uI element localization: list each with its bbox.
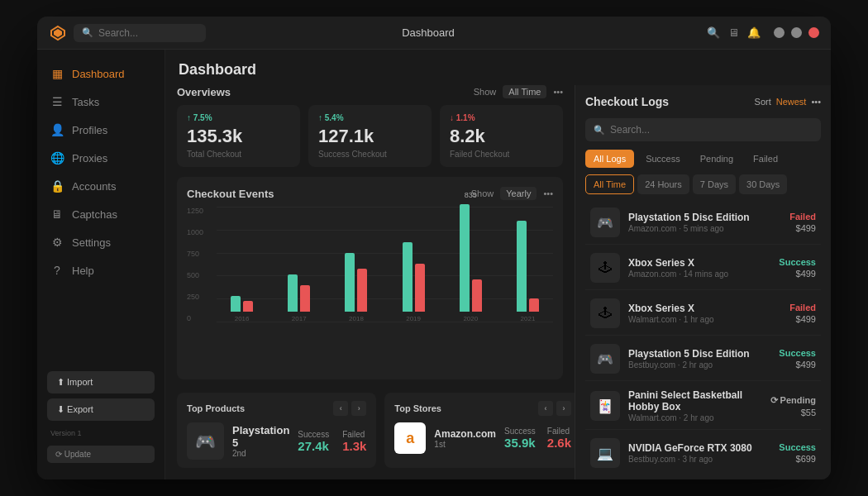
- time-all-time[interactable]: All Time: [585, 174, 634, 194]
- product-info: Playstation 5 2nd: [232, 424, 289, 458]
- log-info: Xbox Series XAmazon.com · 14 mins ago: [628, 257, 770, 279]
- card-label-1: Success Checkout: [318, 150, 422, 159]
- card-value-1: 127.1k: [318, 126, 422, 147]
- chart-y-axis: 1250 1000 750 500 250 0: [187, 207, 213, 322]
- prev-product-button[interactable]: ‹: [333, 401, 348, 416]
- filter-failed[interactable]: Failed: [745, 150, 786, 168]
- y-label-4: 1000: [187, 228, 213, 236]
- store-name-rank: Amazon.com 1st: [434, 428, 496, 449]
- sidebar-label-proxies: Proxies: [72, 152, 107, 165]
- update-button[interactable]: ⟳ Update: [47, 446, 155, 463]
- display-icon[interactable]: 🖥: [728, 26, 739, 39]
- y-label-2: 500: [187, 271, 213, 279]
- card-value-0: 135.3k: [187, 126, 290, 147]
- more-icon[interactable]: •••: [553, 87, 563, 97]
- log-status: Success: [779, 348, 816, 358]
- log-right: Success$499: [779, 257, 816, 279]
- prev-store-button[interactable]: ‹: [538, 401, 553, 416]
- store-stats: Success 35.9k Failed 2.6k: [504, 427, 571, 450]
- product-row: 🎮 Playstation 5 2nd Success 27.4k: [187, 422, 366, 460]
- import-button[interactable]: ⬆ Import: [47, 371, 155, 393]
- filter-all-logs[interactable]: All Logs: [585, 150, 634, 168]
- time-7-days[interactable]: 7 Days: [693, 174, 736, 194]
- time-24-hours[interactable]: 24 Hours: [637, 174, 689, 194]
- sidebar-label-settings: Settings: [72, 236, 111, 249]
- overviews-header: Overviews Show All Time •••: [177, 85, 563, 98]
- bar-green: [231, 296, 241, 312]
- log-store: Bestbuy.com · 3 hr ago: [628, 455, 770, 464]
- chart-container: 1250 1000 750 500 250 0: [187, 207, 553, 339]
- log-item[interactable]: 🕹Xbox Series XAmazon.com · 14 mins agoSu…: [585, 246, 821, 290]
- sidebar-item-tasks[interactable]: ☰ Tasks: [37, 88, 165, 116]
- sidebar-item-help[interactable]: ? Help: [37, 256, 165, 284]
- overview-cards: ↑ 7.5% 135.3k Total Checkout ↑ 5.4% 127.…: [177, 105, 563, 167]
- failed-value: 1.3k: [342, 439, 366, 453]
- logs-header: Checkout Logs Sort Newest •••: [585, 95, 821, 108]
- log-store: Amazon.com · 5 mins ago: [628, 224, 781, 233]
- log-thumbnail: 🃏: [590, 391, 620, 421]
- sidebar-item-accounts[interactable]: 🔒 Accounts: [37, 172, 165, 200]
- log-item[interactable]: 💻NVIDIA GeForce RTX 3080Bestbuy.com · 3 …: [585, 432, 821, 470]
- time-tabs: All Time 24 Hours 7 Days 30 Days: [585, 174, 821, 194]
- log-right: Success$499: [779, 348, 816, 370]
- log-right: Failed$499: [789, 212, 816, 233]
- chart-section: Checkout Events Show Yearly ••• 1250 100…: [177, 177, 563, 379]
- log-item[interactable]: 🎮Playstation 5 Disc EditionAmazon.com · …: [585, 201, 821, 245]
- log-product-name: NVIDIA GeForce RTX 3080: [628, 442, 770, 454]
- bar-year-label: 2019: [406, 315, 421, 322]
- logs-search-bar[interactable]: 🔍: [585, 118, 821, 141]
- log-right: ⟳ Pending$55: [770, 395, 816, 417]
- sidebar-item-settings[interactable]: ⚙ Settings: [37, 228, 165, 256]
- sort-value[interactable]: Newest: [776, 97, 807, 107]
- store-success-stat: Success 35.9k: [504, 427, 536, 450]
- log-status: Success: [779, 442, 816, 452]
- sidebar-item-profiles[interactable]: 👤 Profiles: [37, 116, 165, 144]
- log-price: $499: [789, 223, 816, 233]
- bar-green: [288, 274, 298, 312]
- log-item[interactable]: 🎮Playstation 5 Disc EditionBestbuy.com ·…: [585, 337, 821, 381]
- log-thumbnail: 🕹: [590, 298, 620, 328]
- close-button[interactable]: [808, 27, 819, 38]
- window-controls: [774, 27, 819, 38]
- time-30-days[interactable]: 30 Days: [739, 174, 787, 194]
- dashboard-main: Dashboard Overviews Show All Time •••: [165, 50, 831, 479]
- log-list: 🎮Playstation 5 Disc EditionAmazon.com · …: [585, 201, 821, 470]
- settings-icon: ⚙: [50, 236, 64, 249]
- log-status: ⟳ Pending: [770, 395, 816, 406]
- bell-icon[interactable]: 🔔: [747, 26, 761, 39]
- sidebar-item-captchas[interactable]: 🖥 Captchas: [37, 200, 165, 228]
- log-product-name: Playstation 5 Disc Edition: [628, 212, 781, 223]
- minimize-button[interactable]: [774, 27, 785, 38]
- tasks-icon: ☰: [50, 95, 64, 108]
- sidebar-label-captchas: Captchas: [72, 208, 117, 221]
- export-button[interactable]: ⬇ Export: [47, 398, 155, 421]
- top-stores-title: Top Stores: [394, 403, 441, 413]
- filter-pending[interactable]: Pending: [692, 150, 742, 168]
- show-value-badge[interactable]: All Time: [503, 85, 546, 98]
- more-logs-icon[interactable]: •••: [811, 97, 821, 107]
- help-icon: ?: [50, 264, 64, 277]
- show-label: Show: [474, 87, 497, 97]
- product-thumbnail: 🎮: [187, 422, 224, 460]
- store-failed-value: 2.6k: [547, 436, 571, 450]
- sidebar-item-dashboard[interactable]: ▦ Dashboard: [37, 60, 165, 88]
- chart-controls: Show Yearly •••: [471, 187, 553, 200]
- bar-green: [345, 253, 355, 312]
- chart-more-icon[interactable]: •••: [543, 188, 553, 198]
- next-store-button[interactable]: ›: [556, 401, 571, 416]
- top-products-title: Top Products: [187, 403, 245, 413]
- card-label-2: Failed Checkout: [450, 150, 553, 159]
- filter-success[interactable]: Success: [637, 150, 689, 168]
- sidebar-item-proxies[interactable]: 🌐 Proxies: [37, 144, 165, 172]
- search-toolbar-icon[interactable]: 🔍: [707, 26, 720, 39]
- card-trend-1: ↑ 5.4%: [318, 113, 422, 122]
- maximize-button[interactable]: [791, 27, 802, 38]
- dashboard-title: Dashboard: [165, 50, 831, 85]
- log-item[interactable]: 🃏Panini Select Basketball Hobby BoxWalma…: [585, 383, 821, 430]
- log-item[interactable]: 🕹Xbox Series XWalmart.com · 1 hr agoFail…: [585, 292, 821, 336]
- logs-title: Checkout Logs: [585, 95, 669, 108]
- logs-search-input[interactable]: [610, 124, 813, 136]
- profiles-icon: 👤: [50, 123, 64, 136]
- next-product-button[interactable]: ›: [351, 401, 366, 416]
- chart-show-value[interactable]: Yearly: [500, 187, 537, 200]
